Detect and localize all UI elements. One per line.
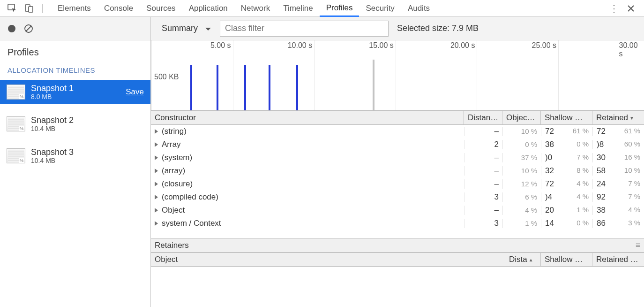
objects-cell: 1 % [502, 219, 541, 228]
retained-cell: 3016 % [592, 153, 644, 162]
expand-icon[interactable] [155, 129, 158, 134]
constructor-row[interactable]: (string)–10 %7261 %7261 % [151, 125, 644, 138]
retainers-title-bar: Retainers ≡ [151, 238, 644, 253]
expand-icon[interactable] [155, 142, 158, 147]
col-shallow[interactable]: Shallow … [541, 111, 592, 124]
svg-rect-2 [29, 7, 33, 12]
view-select[interactable]: Summary [157, 21, 216, 36]
constructor-row[interactable]: system / Context31 %140 %863 % [151, 217, 644, 230]
snapshot-size: 10.4 MB [31, 157, 144, 164]
devtools-tab-bar: ElementsConsoleSourcesApplicationNetwork… [0, 0, 644, 17]
shallow-cell: 140 % [541, 219, 592, 228]
allocation-bar [269, 65, 270, 110]
constructor-row[interactable]: (system)–37 %)07 %3016 % [151, 151, 644, 164]
col-objects[interactable]: Objec… [502, 111, 541, 124]
distance-cell: 3 [464, 192, 502, 202]
distance-cell: – [464, 127, 502, 136]
tab-profiles[interactable]: Profiles [320, 0, 359, 17]
selected-size-label: Selected size: 7.9 MB [397, 23, 479, 33]
objects-cell: 4 % [502, 206, 541, 215]
objects-cell: 37 % [502, 153, 541, 162]
divider [42, 4, 43, 13]
class-filter-input[interactable] [220, 21, 389, 37]
constructor-name: system / Context [162, 219, 221, 228]
objects-cell: 10 % [502, 127, 541, 136]
allocation-bar [296, 65, 298, 110]
retained-cell: 7261 % [592, 127, 644, 136]
timeline-y-label: 500 KB [154, 73, 179, 81]
expand-icon[interactable] [155, 221, 158, 226]
col-distance-2[interactable]: Dista▲ [505, 253, 541, 266]
device-toggle-icon[interactable] [23, 3, 35, 14]
constructor-name: Object [162, 206, 185, 215]
distance-cell: – [464, 206, 502, 215]
expand-icon[interactable] [155, 208, 158, 213]
objects-cell: 10 % [502, 166, 541, 176]
snapshot-save-link[interactable]: Save [126, 87, 144, 97]
allocation-timeline-chart[interactable]: 5.00 s10.00 s15.00 s20.00 s25.00 s30.00 … [151, 40, 644, 111]
constructor-row[interactable]: (compiled code)36 %)44 %927 % [151, 191, 644, 204]
tab-audits[interactable]: Audits [401, 0, 436, 17]
tab-elements[interactable]: Elements [51, 0, 97, 17]
record-button[interactable] [6, 23, 18, 35]
snapshot-item-2[interactable]: Snapshot 210.4 MB [0, 112, 150, 136]
snapshot-name: Snapshot 1 [31, 84, 126, 93]
tab-security[interactable]: Security [359, 0, 401, 17]
constructor-row[interactable]: Array20 %380 %)860 % [151, 138, 644, 151]
sort-asc-icon: ▲ [529, 257, 533, 262]
expand-icon[interactable] [155, 169, 158, 173]
kebab-menu-icon[interactable]: ⋮ [608, 3, 620, 14]
col-retained[interactable]: Retained▼ [592, 111, 644, 124]
distance-cell: 3 [464, 219, 502, 228]
hamburger-icon[interactable]: ≡ [636, 241, 640, 250]
col-distance[interactable]: Distan… [464, 111, 502, 124]
shallow-cell: 724 % [541, 179, 592, 189]
timeline-tick: 5.00 s [210, 41, 233, 50]
retained-cell: 384 % [592, 206, 644, 215]
retained-cell: 863 % [592, 219, 644, 228]
distance-cell: 2 [464, 140, 502, 149]
timeline-tick: 20.00 s [450, 41, 477, 50]
snapshot-item-1[interactable]: Snapshot 18.0 MBSave [0, 80, 150, 104]
allocation-bar [190, 65, 192, 110]
expand-icon[interactable] [155, 182, 158, 186]
col-shallow-2[interactable]: Shallow … [541, 253, 592, 266]
objects-cell: 6 % [502, 192, 541, 202]
timeline-tick: 10.00 s [288, 41, 314, 50]
retained-cell: 927 % [592, 192, 644, 202]
tab-timeline[interactable]: Timeline [277, 0, 320, 17]
allocation-bar [244, 65, 246, 110]
snapshot-name: Snapshot 3 [31, 147, 144, 157]
timeline-tick: 30.00 s [619, 41, 640, 58]
tab-sources[interactable]: Sources [140, 0, 182, 17]
constructor-name: (closure) [162, 179, 193, 189]
constructor-name: (compiled code) [162, 192, 218, 202]
inspect-icon[interactable] [7, 3, 18, 14]
retained-cell: )860 % [592, 140, 644, 149]
snapshot-icon [7, 148, 25, 163]
snapshot-item-3[interactable]: Snapshot 310.4 MB [0, 144, 150, 168]
close-icon[interactable] [625, 3, 637, 14]
col-retained-2[interactable]: Retained … [592, 253, 644, 266]
allocation-bar [217, 65, 218, 110]
distance-cell: – [464, 179, 502, 189]
tab-network[interactable]: Network [234, 0, 277, 17]
constructor-name: (system) [162, 153, 192, 162]
col-constructor[interactable]: Constructor [151, 111, 464, 124]
constructor-row[interactable]: (array)–10 %328 %5810 % [151, 164, 644, 177]
constructor-row[interactable]: Object–4 %201 %384 % [151, 204, 644, 217]
tab-console[interactable]: Console [97, 0, 140, 17]
sidebar-section-label: ALLOCATION TIMELINES [0, 61, 150, 80]
distance-cell: – [464, 166, 502, 176]
constructor-row[interactable]: (closure)–12 %724 %247 % [151, 177, 644, 191]
expand-icon[interactable] [155, 195, 158, 200]
constructors-header-row: Constructor Distan… Objec… Shallow … Ret… [151, 111, 644, 125]
allocation-bar [373, 60, 374, 110]
snapshot-icon [7, 84, 25, 100]
clear-icon[interactable] [22, 23, 35, 35]
expand-icon[interactable] [155, 155, 158, 160]
tab-application[interactable]: Application [182, 0, 234, 17]
retainers-label: Retainers [155, 241, 189, 250]
col-object[interactable]: Object [151, 253, 505, 266]
constructor-name: Array [162, 140, 181, 149]
